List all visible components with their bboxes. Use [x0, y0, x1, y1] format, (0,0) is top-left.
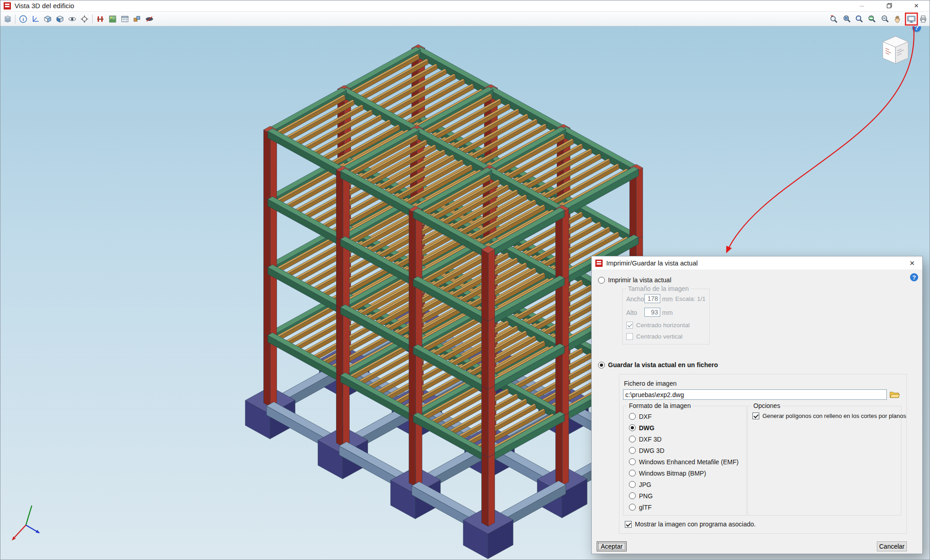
height-unit: mm — [662, 309, 673, 316]
window-titlebar[interactable]: Vista 3D del edificio – × — [0, 0, 930, 12]
print-option-label: Imprimir la vista actual — [608, 276, 671, 284]
checkbox-icon — [752, 413, 759, 419]
dialog-title: Imprimir/Guardar la vista actual — [606, 260, 698, 267]
print-option-radio[interactable]: Imprimir la vista actual — [598, 276, 671, 284]
tables-icon — [120, 15, 129, 24]
format-option-windows-enhanced-metafile-emf-[interactable]: Windows Enhanced Metafile (EMF) — [629, 456, 744, 467]
checkbox-icon — [625, 521, 632, 528]
radio-icon — [629, 470, 636, 476]
scale-label: Escala: 1/1 — [675, 295, 706, 302]
format-option-dwg[interactable]: DWG — [629, 422, 744, 433]
center-horizontal-checkbox[interactable]: Centrado horizontal — [626, 322, 690, 329]
format-option-label: PNG — [639, 492, 653, 500]
print-save-view-icon — [907, 15, 916, 24]
btn-project-layers[interactable] — [2, 13, 14, 25]
cype-logo-icon — [595, 260, 603, 267]
toolbar-separator — [92, 15, 93, 24]
height-label: Alto — [626, 309, 637, 316]
format-option-png[interactable]: PNG — [629, 490, 744, 501]
main-toolbar: i — [0, 12, 930, 26]
format-option-label: DXF — [639, 413, 652, 420]
btn-solid-mode[interactable] — [131, 13, 143, 25]
btn-structure-beams[interactable] — [94, 13, 106, 25]
dialog-titlebar[interactable]: Imprimir/Guardar la vista actual — [592, 256, 922, 270]
save-option-label: Guardar la vista actual en un fichero — [608, 361, 718, 368]
btn-orbit[interactable] — [79, 13, 90, 25]
btn-zoom-out[interactable] — [879, 13, 891, 25]
radio-icon — [629, 447, 636, 454]
dialog-help-icon[interactable]: ? — [910, 273, 918, 281]
cype-logo-icon — [4, 2, 11, 10]
format-option-gltf[interactable]: glTF — [629, 501, 744, 513]
fill-polygons-checkbox[interactable]: Generar polígonos con relleno en los cor… — [752, 413, 906, 419]
radio-icon — [629, 481, 636, 488]
height-input[interactable] — [644, 308, 660, 317]
zoom-window-icon — [855, 15, 864, 24]
zoom-previous-icon — [829, 15, 838, 24]
checkbox-icon — [626, 333, 633, 340]
btn-zoom-refresh[interactable] — [866, 13, 878, 25]
file-path-input[interactable] — [623, 389, 887, 400]
save-option-radio[interactable]: Guardar la vista actual en un fichero — [598, 361, 718, 368]
radio-icon — [598, 362, 605, 368]
toolbar-separator — [15, 15, 15, 24]
format-option-dxf[interactable]: DXF — [629, 411, 744, 422]
btn-visibility[interactable] — [66, 13, 78, 25]
width-input[interactable] — [644, 294, 660, 303]
hide-elements-icon — [145, 15, 154, 24]
btn-zoom-extents[interactable] — [841, 13, 853, 25]
center-vertical-checkbox[interactable]: Centrado vertical — [626, 333, 683, 340]
btn-textures[interactable] — [107, 13, 119, 25]
svg-text:i: i — [22, 16, 24, 22]
format-option-label: DXF 3D — [639, 436, 662, 443]
btn-pan[interactable] — [892, 13, 904, 25]
btn-face-view[interactable] — [54, 13, 66, 25]
cancel-button[interactable]: Cancelar — [877, 541, 907, 551]
face-view-icon — [55, 15, 64, 24]
btn-tables[interactable] — [119, 13, 131, 25]
format-options-list: DXFDWGDXF 3DDWG 3DWindows Enhanced Metaf… — [629, 411, 744, 513]
btn-info[interactable]: i — [17, 13, 29, 25]
dialog-close-button[interactable]: × — [902, 256, 922, 270]
project-layers-icon — [3, 15, 12, 24]
pan-hand-icon — [893, 15, 902, 24]
zoom-extents-icon — [842, 15, 851, 24]
checkbox-icon — [626, 322, 633, 329]
accept-button[interactable]: Aceptar — [597, 541, 627, 551]
radio-icon — [629, 413, 636, 420]
format-option-windows-bitmap-bmp-[interactable]: Windows Bitmap (BMP) — [629, 467, 744, 479]
visibility-eye-icon — [68, 15, 77, 24]
show-with-program-label: Mostrar la imagen con programa asociado. — [635, 521, 756, 528]
textures-icon — [108, 15, 117, 24]
image-size-group-label: Tamaño de la imagen — [626, 285, 691, 292]
minimize-button[interactable]: – — [848, 0, 876, 12]
btn-print-save-view[interactable] — [905, 13, 917, 25]
isometric-view-icon — [43, 15, 52, 24]
options-group: Opciones Generar polígonos con relleno e… — [747, 406, 901, 516]
btn-zoom-window[interactable] — [853, 13, 865, 25]
width-unit: mm — [662, 295, 673, 303]
format-option-jpg[interactable]: JPG — [629, 479, 744, 490]
folder-icon — [889, 390, 900, 399]
radio-icon — [629, 436, 636, 442]
btn-dimensions[interactable] — [30, 13, 41, 25]
restore-button[interactable] — [876, 0, 903, 12]
close-button[interactable]: × — [903, 0, 930, 12]
window-controls: – × — [848, 0, 930, 12]
btn-zoom-previous[interactable] — [828, 13, 840, 25]
format-option-label: Windows Enhanced Metafile (EMF) — [639, 458, 738, 466]
btn-export-window[interactable] — [917, 13, 929, 25]
info-icon: i — [19, 15, 28, 24]
format-option-label: JPG — [639, 481, 651, 488]
restore-icon — [886, 3, 892, 9]
file-label: Fichero de imagen — [624, 380, 677, 387]
format-option-dxf-3d[interactable]: DXF 3D — [629, 433, 744, 445]
format-option-label: Windows Bitmap (BMP) — [639, 470, 706, 477]
btn-isometric-view[interactable] — [42, 13, 54, 25]
btn-hide-elements[interactable] — [143, 13, 155, 25]
export-window-icon — [919, 15, 928, 24]
print-save-dialog: Imprimir/Guardar la vista actual × ? Imp… — [591, 256, 923, 554]
format-option-dwg-3d[interactable]: DWG 3D — [629, 445, 744, 456]
show-with-program-checkbox[interactable]: Mostrar la imagen con programa asociado. — [625, 521, 756, 528]
browse-button[interactable] — [889, 390, 901, 400]
